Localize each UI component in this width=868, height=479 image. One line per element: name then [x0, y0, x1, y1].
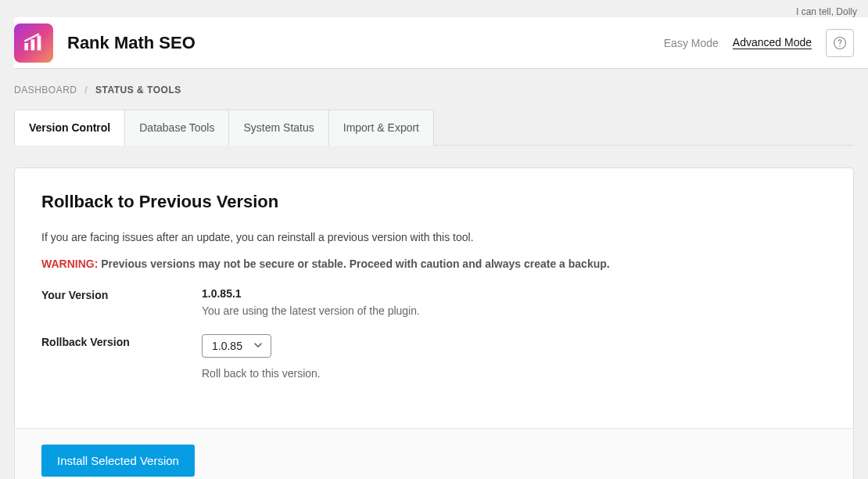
advanced-mode-link[interactable]: Advanced Mode	[733, 36, 812, 49]
svg-point-4	[839, 45, 841, 47]
tab-import-export[interactable]: Import & Export	[328, 110, 434, 146]
svg-rect-0	[24, 43, 28, 50]
svg-rect-1	[31, 39, 35, 50]
rollback-version-sub: Roll back to this version.	[202, 367, 827, 380]
breadcrumb: DASHBOARD / STATUS & TOOLS	[0, 69, 868, 110]
your-version-label: Your Version	[41, 287, 202, 301]
rollback-version-select[interactable]: 1.0.85	[202, 334, 271, 358]
breadcrumb-dashboard[interactable]: DASHBOARD	[14, 85, 77, 95]
warning-line: WARNING: Previous versions may not be se…	[41, 258, 827, 270]
rollback-version-label: Rollback Version	[41, 334, 202, 348]
panel-title: Rollback to Previous Version	[41, 192, 827, 212]
your-version-sub: You are using the latest version of the …	[202, 304, 827, 317]
panel-footer: Install Selected Version	[15, 428, 853, 479]
rank-math-logo	[14, 23, 53, 63]
rollback-panel: Rollback to Previous Version If you are …	[14, 167, 854, 479]
tabs-nav: Version Control Database Tools System St…	[14, 110, 854, 146]
panel-description: If you are facing issues after an update…	[41, 231, 827, 243]
tab-version-control[interactable]: Version Control	[14, 110, 125, 146]
top-right-note: I can tell, Dolly	[0, 0, 868, 17]
tab-system-status[interactable]: System Status	[228, 110, 328, 146]
warning-label: WARNING:	[41, 258, 98, 270]
warning-text: Previous versions may not be secure or s…	[101, 258, 609, 270]
svg-rect-2	[38, 35, 41, 50]
help-icon	[833, 36, 847, 50]
mode-toggle: Easy Mode Advanced Mode	[664, 36, 812, 49]
chart-logo-icon	[23, 32, 45, 54]
install-selected-version-button[interactable]: Install Selected Version	[41, 445, 195, 477]
help-button[interactable]	[826, 29, 854, 57]
header: Rank Math SEO Easy Mode Advanced Mode	[14, 17, 868, 69]
rollback-selected-value: 1.0.85	[212, 340, 242, 352]
chevron-down-icon	[253, 340, 263, 352]
easy-mode-link[interactable]: Easy Mode	[664, 37, 719, 49]
your-version-row: Your Version 1.0.85.1 You are using the …	[41, 287, 827, 317]
your-version-value: 1.0.85.1	[202, 287, 827, 300]
page-title: Rank Math SEO	[67, 33, 664, 53]
breadcrumb-current: STATUS & TOOLS	[95, 85, 181, 95]
rollback-version-row: Rollback Version 1.0.85 Roll back to thi…	[41, 334, 827, 380]
breadcrumb-separator: /	[84, 85, 88, 95]
tab-database-tools[interactable]: Database Tools	[124, 110, 229, 146]
